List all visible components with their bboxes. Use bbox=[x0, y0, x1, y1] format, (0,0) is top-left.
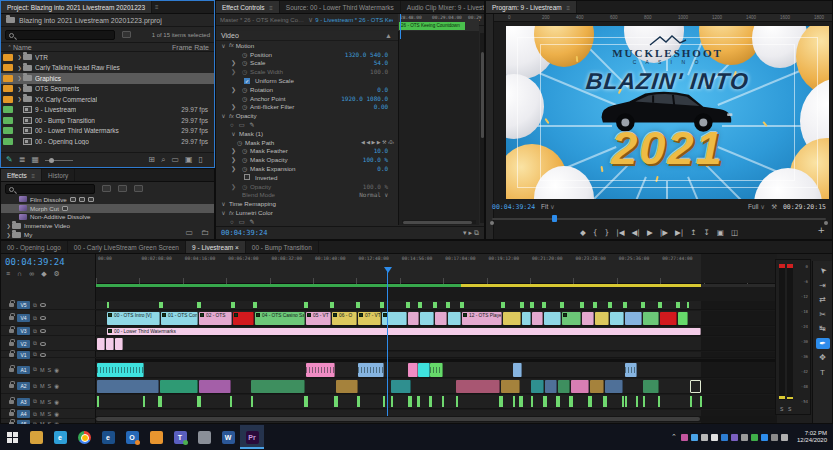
project-item[interactable]: 9 - Livestream29.97 fps bbox=[1, 105, 214, 116]
tab-effects[interactable]: Effects ≡ bbox=[1, 169, 42, 182]
pen-tool[interactable]: ✒ bbox=[816, 338, 830, 349]
timeline-clip[interactable]: 07 - VTR bbox=[358, 312, 381, 325]
audio-track-A1[interactable] bbox=[96, 362, 777, 378]
solo-button[interactable]: S bbox=[48, 383, 52, 389]
ellipse-mask-icon[interactable]: ○ bbox=[230, 218, 234, 225]
button-editor-button[interactable]: + bbox=[817, 225, 825, 235]
start-button[interactable] bbox=[0, 425, 24, 449]
search-in-icon[interactable] bbox=[122, 31, 131, 38]
checkbox[interactable] bbox=[244, 78, 250, 84]
timeline-clip[interactable] bbox=[690, 380, 701, 393]
timeline-clip[interactable] bbox=[605, 380, 623, 393]
tray-icon[interactable] bbox=[711, 434, 718, 441]
effects-search-input[interactable] bbox=[5, 184, 95, 194]
ec-row[interactable]: ∨fxOpacity↺ bbox=[216, 111, 398, 120]
timeline-clip[interactable] bbox=[233, 312, 254, 325]
go-to-out-button[interactable]: ▶| bbox=[675, 228, 683, 237]
timeline-clip[interactable] bbox=[513, 363, 522, 377]
track-output-eye-icon[interactable] bbox=[40, 329, 46, 333]
app-gray-icon[interactable] bbox=[192, 425, 216, 449]
ec-row[interactable]: ∨Mask (1) bbox=[216, 129, 398, 138]
timeline-clip[interactable] bbox=[160, 380, 198, 393]
track-target-button[interactable]: V3 bbox=[17, 327, 30, 335]
tab-project[interactable]: Project: Blazing into 2021 Livestream 20… bbox=[1, 1, 152, 14]
timeline-clip[interactable] bbox=[382, 312, 407, 325]
timeline-timecode[interactable]: 00:04:39:24 bbox=[1, 254, 95, 267]
twirl-icon[interactable]: ❯ bbox=[230, 165, 237, 172]
sync-lock-icon[interactable]: ⧉ bbox=[33, 366, 37, 373]
export-frame-button[interactable]: ▣ bbox=[717, 228, 724, 237]
stopwatch-icon[interactable]: ◷ bbox=[241, 183, 248, 190]
ec-value[interactable]: 1320.0 540.0 bbox=[345, 51, 388, 58]
timeline-clip[interactable] bbox=[199, 380, 231, 393]
tab-history[interactable]: History bbox=[42, 169, 75, 182]
tray-icon[interactable] bbox=[701, 434, 708, 441]
timeline-clip[interactable]: 01 - OTS Con bbox=[161, 312, 198, 325]
track-target-button[interactable]: V1 bbox=[17, 351, 30, 359]
pen-mask-icon[interactable]: ✎ bbox=[250, 121, 255, 128]
panel-menu-icon[interactable]: ≡ bbox=[155, 4, 159, 10]
zoom-level-dropdown[interactable]: Fit ∨ bbox=[541, 203, 555, 211]
track-header-V1[interactable]: V1⧉ bbox=[1, 352, 96, 358]
timeline-playhead[interactable] bbox=[387, 267, 388, 416]
solo-button[interactable]: S bbox=[48, 399, 52, 405]
ec-mini-clip[interactable]: 26 - OTS Keeing Countdown bbox=[399, 22, 465, 30]
timeline-clip[interactable] bbox=[456, 380, 500, 393]
twirl-icon[interactable]: ❯ bbox=[16, 54, 23, 60]
yuv-effects-filter-icon[interactable] bbox=[134, 185, 143, 192]
timeline-clip[interactable] bbox=[643, 312, 659, 325]
voiceover-record-icon[interactable]: ◉ bbox=[54, 367, 59, 373]
timeline-clip[interactable]: 06 - O bbox=[332, 312, 357, 325]
timeline-clip[interactable] bbox=[625, 363, 637, 377]
snap-icon[interactable]: ∩ bbox=[17, 270, 22, 278]
chrome-icon[interactable] bbox=[72, 425, 96, 449]
tray-icon[interactable] bbox=[691, 434, 698, 441]
collapse-icon[interactable]: ▲ bbox=[385, 31, 392, 41]
timeline-tab[interactable]: 00 - Opening Logo bbox=[1, 241, 68, 254]
audio-track-A2[interactable] bbox=[96, 379, 777, 394]
sync-lock-icon[interactable]: ⧉ bbox=[33, 351, 37, 358]
mute-button[interactable]: M bbox=[40, 383, 45, 389]
tray-icon[interactable] bbox=[721, 434, 728, 441]
twirl-icon[interactable]: ❯ bbox=[16, 86, 23, 92]
timeline-clip[interactable] bbox=[358, 363, 384, 377]
step-forward-button[interactable]: |▶ bbox=[660, 228, 668, 237]
timeline-clip[interactable] bbox=[420, 312, 434, 325]
ec-row[interactable]: ❯◷Rotation0.0↺ bbox=[216, 85, 398, 94]
timeline-clip[interactable] bbox=[503, 312, 521, 325]
stopwatch-icon[interactable]: ◷ bbox=[241, 59, 248, 66]
timeline-clip[interactable] bbox=[306, 363, 335, 377]
ec-value[interactable]: 100.0 bbox=[370, 68, 388, 75]
tab-audio-clip-mixer[interactable]: Audio Clip Mixer: 9 - Livestream bbox=[401, 1, 484, 14]
timeline-clip[interactable] bbox=[571, 380, 589, 393]
rect-mask-icon[interactable]: ▭ bbox=[239, 218, 245, 225]
timeline-clip[interactable] bbox=[97, 363, 144, 377]
ellipse-mask-icon[interactable]: ○ bbox=[230, 121, 234, 128]
lift-button[interactable]: ↥ bbox=[690, 228, 696, 237]
tray-icon[interactable] bbox=[781, 434, 788, 441]
mute-button[interactable]: M bbox=[40, 411, 45, 417]
track-target-button[interactable]: A1 bbox=[17, 366, 30, 374]
ec-row[interactable]: Blend ModeNormal ∨↺ bbox=[216, 191, 398, 200]
track-lock-icon[interactable] bbox=[9, 303, 14, 307]
hand-tool[interactable]: ✥ bbox=[816, 352, 830, 363]
new-folder-icon[interactable]: 🗀 bbox=[201, 228, 209, 237]
voiceover-record-icon[interactable]: ◉ bbox=[54, 383, 59, 389]
timeline-clip[interactable] bbox=[545, 380, 557, 393]
twirl-icon[interactable]: ∨ bbox=[220, 112, 227, 119]
mute-button[interactable]: M bbox=[40, 399, 45, 405]
column-frame-rate[interactable]: Frame Rate bbox=[172, 44, 209, 51]
ec-row[interactable]: ◷Anchor Point1920.0 1080.0↺ bbox=[216, 94, 398, 103]
accelerated-effects-filter-icon[interactable] bbox=[102, 185, 111, 192]
rect-mask-icon[interactable]: ▭ bbox=[239, 121, 245, 128]
ec-playhead[interactable] bbox=[400, 14, 401, 39]
ec-row[interactable]: Inverted↺ bbox=[216, 173, 398, 182]
tray-icon[interactable] bbox=[771, 434, 778, 441]
stopwatch-icon[interactable]: ◷ bbox=[241, 95, 248, 102]
twirl-icon[interactable]: ∨ bbox=[220, 42, 227, 49]
timeline-clip[interactable] bbox=[625, 312, 642, 325]
track-lock-icon[interactable] bbox=[9, 353, 14, 357]
twirl-icon[interactable]: ❯ bbox=[230, 103, 237, 110]
track-lock-icon[interactable] bbox=[9, 342, 14, 346]
track-header-V3[interactable]: V3⧉ bbox=[1, 327, 96, 336]
